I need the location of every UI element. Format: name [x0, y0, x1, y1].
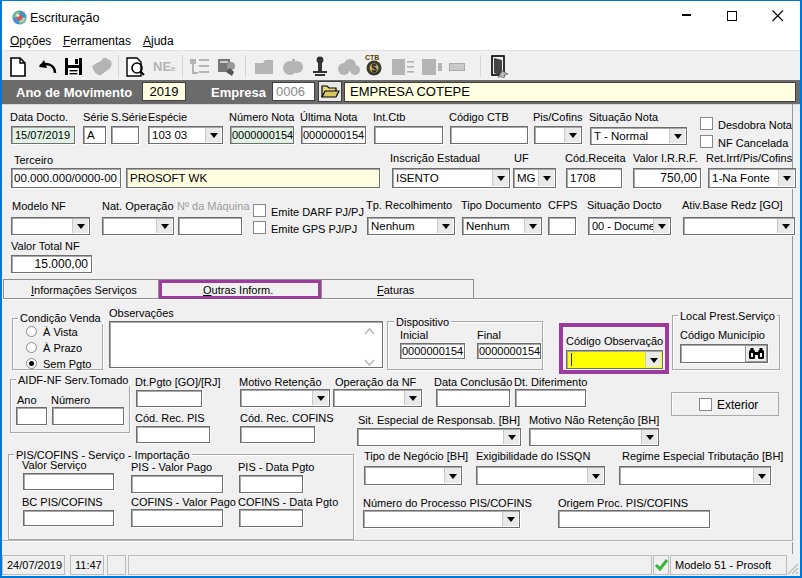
svg-text:$: $ — [371, 63, 377, 74]
